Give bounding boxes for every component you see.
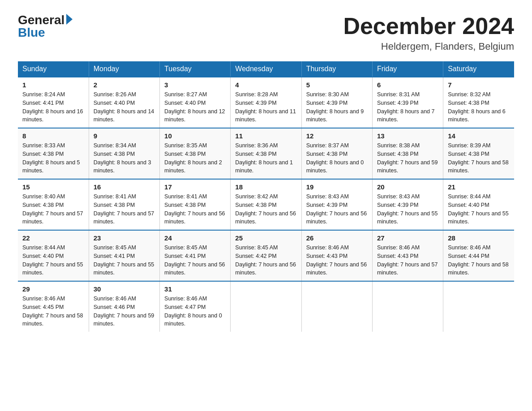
sunset-label: Sunset: 4:38 PM bbox=[235, 151, 276, 157]
sunset-label: Sunset: 4:43 PM bbox=[377, 253, 418, 259]
day-info: Sunrise: 8:40 AM Sunset: 4:38 PM Dayligh… bbox=[22, 193, 84, 226]
sunrise-label: Sunrise: 8:46 AM bbox=[164, 295, 207, 302]
daylight-label: Daylight: 8 hours and 5 minutes. bbox=[22, 159, 80, 174]
day-info: Sunrise: 8:46 AM Sunset: 4:45 PM Dayligh… bbox=[22, 295, 84, 328]
calendar-day-cell: 13 Sunrise: 8:38 AM Sunset: 4:38 PM Dayl… bbox=[372, 128, 443, 179]
daylight-label: Daylight: 8 hours and 1 minute. bbox=[235, 159, 293, 174]
daylight-label: Daylight: 8 hours and 16 minutes. bbox=[22, 108, 83, 123]
sunset-label: Sunset: 4:39 PM bbox=[377, 100, 418, 106]
sunset-label: Sunset: 4:38 PM bbox=[22, 202, 64, 208]
calendar-day-cell: 23 Sunrise: 8:45 AM Sunset: 4:41 PM Dayl… bbox=[89, 230, 159, 281]
calendar-day-cell: 6 Sunrise: 8:31 AM Sunset: 4:39 PM Dayli… bbox=[372, 77, 443, 128]
daylight-label: Daylight: 8 hours and 3 minutes. bbox=[94, 159, 151, 174]
header-monday: Monday bbox=[89, 61, 159, 77]
calendar-day-cell: 22 Sunrise: 8:44 AM Sunset: 4:40 PM Dayl… bbox=[18, 230, 89, 281]
calendar-day-cell: 31 Sunrise: 8:46 AM Sunset: 4:47 PM Dayl… bbox=[160, 281, 231, 332]
day-info: Sunrise: 8:31 AM Sunset: 4:39 PM Dayligh… bbox=[377, 90, 438, 124]
calendar-day-cell bbox=[231, 281, 301, 332]
sunset-label: Sunset: 4:38 PM bbox=[164, 151, 206, 157]
calendar-day-cell bbox=[372, 281, 443, 332]
day-info: Sunrise: 8:33 AM Sunset: 4:38 PM Dayligh… bbox=[22, 141, 84, 175]
daylight-label: Daylight: 7 hours and 59 minutes. bbox=[377, 159, 438, 174]
daylight-label: Daylight: 7 hours and 58 minutes. bbox=[448, 261, 509, 276]
day-number: 27 bbox=[377, 234, 438, 242]
sunrise-label: Sunrise: 8:43 AM bbox=[377, 193, 420, 200]
day-number: 26 bbox=[306, 234, 368, 242]
daylight-label: Daylight: 7 hours and 55 minutes. bbox=[22, 261, 83, 276]
day-number: 1 bbox=[22, 81, 84, 89]
calendar-day-cell: 30 Sunrise: 8:46 AM Sunset: 4:46 PM Dayl… bbox=[89, 281, 159, 332]
sunrise-label: Sunrise: 8:45 AM bbox=[94, 244, 136, 251]
day-number: 7 bbox=[448, 81, 510, 89]
day-number: 30 bbox=[94, 285, 155, 293]
calendar-day-cell: 29 Sunrise: 8:46 AM Sunset: 4:45 PM Dayl… bbox=[18, 281, 89, 332]
day-info: Sunrise: 8:41 AM Sunset: 4:38 PM Dayligh… bbox=[164, 193, 226, 226]
calendar-day-cell: 28 Sunrise: 8:46 AM Sunset: 4:44 PM Dayl… bbox=[443, 230, 514, 281]
sunrise-label: Sunrise: 8:30 AM bbox=[306, 91, 349, 98]
sunrise-label: Sunrise: 8:44 AM bbox=[22, 244, 65, 251]
day-info: Sunrise: 8:43 AM Sunset: 4:39 PM Dayligh… bbox=[377, 193, 438, 226]
calendar-day-cell: 3 Sunrise: 8:27 AM Sunset: 4:40 PM Dayli… bbox=[160, 77, 231, 128]
location: Heldergem, Flanders, Belgium bbox=[343, 41, 514, 52]
day-info: Sunrise: 8:45 AM Sunset: 4:42 PM Dayligh… bbox=[235, 244, 296, 277]
sunset-label: Sunset: 4:45 PM bbox=[22, 304, 64, 310]
calendar-day-cell bbox=[443, 281, 514, 332]
day-number: 4 bbox=[235, 81, 296, 89]
logo: General Blue bbox=[18, 13, 73, 40]
sunrise-label: Sunrise: 8:46 AM bbox=[448, 244, 490, 251]
sunrise-label: Sunrise: 8:45 AM bbox=[164, 244, 207, 251]
daylight-label: Daylight: 7 hours and 55 minutes. bbox=[448, 210, 509, 225]
sunset-label: Sunset: 4:44 PM bbox=[448, 253, 489, 259]
day-info: Sunrise: 8:27 AM Sunset: 4:40 PM Dayligh… bbox=[164, 90, 226, 124]
day-number: 2 bbox=[94, 81, 155, 89]
header-saturday: Saturday bbox=[443, 61, 514, 77]
sunrise-label: Sunrise: 8:46 AM bbox=[22, 295, 65, 302]
day-info: Sunrise: 8:41 AM Sunset: 4:38 PM Dayligh… bbox=[94, 193, 155, 226]
daylight-label: Daylight: 8 hours and 9 minutes. bbox=[306, 108, 364, 123]
calendar-day-cell: 11 Sunrise: 8:36 AM Sunset: 4:38 PM Dayl… bbox=[231, 128, 301, 179]
daylight-label: Daylight: 7 hours and 56 minutes. bbox=[164, 210, 225, 225]
daylight-label: Daylight: 8 hours and 12 minutes. bbox=[164, 108, 225, 123]
sunrise-label: Sunrise: 8:39 AM bbox=[448, 142, 490, 149]
daylight-label: Daylight: 7 hours and 56 minutes. bbox=[306, 261, 367, 276]
daylight-label: Daylight: 8 hours and 14 minutes. bbox=[94, 108, 154, 123]
sunrise-label: Sunrise: 8:41 AM bbox=[94, 193, 136, 200]
daylight-label: Daylight: 8 hours and 11 minutes. bbox=[235, 108, 296, 123]
sunrise-label: Sunrise: 8:33 AM bbox=[22, 142, 65, 149]
sunrise-label: Sunrise: 8:27 AM bbox=[164, 91, 207, 98]
calendar-header-row: Sunday Monday Tuesday Wednesday Thursday… bbox=[18, 61, 514, 77]
day-info: Sunrise: 8:35 AM Sunset: 4:38 PM Dayligh… bbox=[164, 141, 226, 175]
day-number: 16 bbox=[94, 183, 155, 191]
day-info: Sunrise: 8:46 AM Sunset: 4:47 PM Dayligh… bbox=[164, 295, 226, 328]
sunrise-label: Sunrise: 8:42 AM bbox=[235, 193, 278, 200]
sunrise-label: Sunrise: 8:28 AM bbox=[235, 91, 278, 98]
sunrise-label: Sunrise: 8:45 AM bbox=[235, 244, 278, 251]
sunset-label: Sunset: 4:40 PM bbox=[94, 100, 135, 106]
sunrise-label: Sunrise: 8:34 AM bbox=[94, 142, 136, 149]
sunset-label: Sunset: 4:39 PM bbox=[377, 202, 418, 208]
calendar-week-row: 15 Sunrise: 8:40 AM Sunset: 4:38 PM Dayl… bbox=[18, 179, 514, 230]
day-info: Sunrise: 8:42 AM Sunset: 4:38 PM Dayligh… bbox=[235, 193, 296, 226]
day-info: Sunrise: 8:36 AM Sunset: 4:38 PM Dayligh… bbox=[235, 141, 296, 175]
day-number: 25 bbox=[235, 234, 296, 242]
day-number: 28 bbox=[448, 234, 510, 242]
calendar-day-cell: 16 Sunrise: 8:41 AM Sunset: 4:38 PM Dayl… bbox=[89, 179, 159, 230]
calendar-day-cell: 5 Sunrise: 8:30 AM Sunset: 4:39 PM Dayli… bbox=[301, 77, 372, 128]
calendar-week-row: 22 Sunrise: 8:44 AM Sunset: 4:40 PM Dayl… bbox=[18, 230, 514, 281]
day-number: 15 bbox=[22, 183, 84, 191]
header-wednesday: Wednesday bbox=[231, 61, 301, 77]
calendar-day-cell: 10 Sunrise: 8:35 AM Sunset: 4:38 PM Dayl… bbox=[160, 128, 231, 179]
header-tuesday: Tuesday bbox=[160, 61, 231, 77]
logo-blue: Blue bbox=[18, 26, 73, 40]
calendar-day-cell: 19 Sunrise: 8:43 AM Sunset: 4:39 PM Dayl… bbox=[301, 179, 372, 230]
calendar-day-cell: 4 Sunrise: 8:28 AM Sunset: 4:39 PM Dayli… bbox=[231, 77, 301, 128]
sunset-label: Sunset: 4:38 PM bbox=[94, 151, 135, 157]
sunset-label: Sunset: 4:38 PM bbox=[164, 202, 206, 208]
calendar-day-cell bbox=[301, 281, 372, 332]
calendar-day-cell: 14 Sunrise: 8:39 AM Sunset: 4:38 PM Dayl… bbox=[443, 128, 514, 179]
day-info: Sunrise: 8:46 AM Sunset: 4:43 PM Dayligh… bbox=[306, 244, 368, 277]
sunrise-label: Sunrise: 8:40 AM bbox=[22, 193, 65, 200]
sunset-label: Sunset: 4:38 PM bbox=[22, 151, 64, 157]
day-info: Sunrise: 8:30 AM Sunset: 4:39 PM Dayligh… bbox=[306, 90, 368, 124]
calendar-day-cell: 9 Sunrise: 8:34 AM Sunset: 4:38 PM Dayli… bbox=[89, 128, 159, 179]
